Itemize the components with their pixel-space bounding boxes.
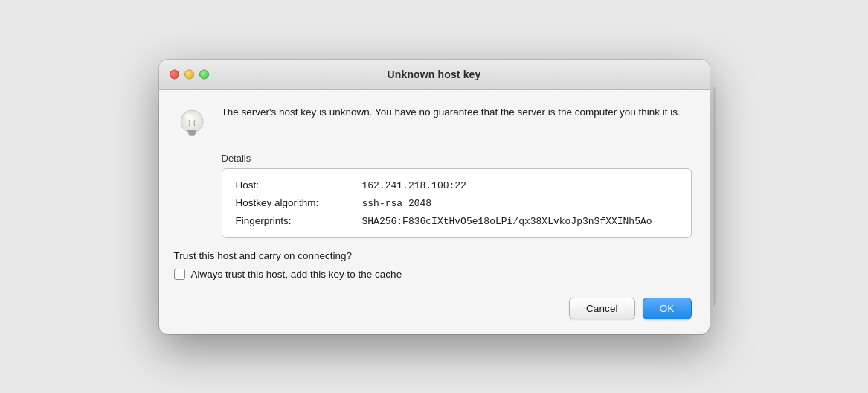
ok-button[interactable]: OK [643,298,692,319]
always-trust-checkbox[interactable] [174,269,185,280]
dialog-wrapper: Unknown host key [159,60,710,334]
close-button[interactable] [170,69,179,79]
svg-point-1 [185,114,193,120]
window-shadow [713,86,716,306]
detail-key-algorithm: Hostkey algorithm: [236,197,362,208]
details-box: Host: 162.241.218.100:22 Hostkey algorit… [222,168,692,238]
detail-row-algorithm: Hostkey algorithm: ssh-rsa 2048 [236,197,678,209]
detail-value-fingerprint: SHA256:F836cIXtHvO5e18oLPi/qx38XLvkoJp3n… [362,216,652,227]
details-label: Details [222,153,692,164]
detail-row-fingerprint: Fingerprints: SHA256:F836cIXtHvO5e18oLPi… [236,215,678,227]
minimize-button[interactable] [184,69,194,79]
button-row: Cancel OK [174,295,692,319]
detail-key-fingerprint: Fingerprints: [236,215,362,226]
dialog-title: Unknown host key [388,68,481,80]
traffic-lights [170,69,209,79]
detail-value-host: 162.241.218.100:22 [362,180,466,191]
title-bar: Unknown host key [159,60,710,90]
maximize-button[interactable] [199,69,209,79]
always-trust-label: Always trust this host, add this key to … [191,269,402,280]
svg-point-0 [181,110,203,132]
dialog-body: The server's host key is unknown. You ha… [159,90,710,334]
detail-value-algorithm: ssh-rsa 2048 [362,198,432,209]
svg-rect-3 [188,132,196,135]
trust-question: Trust this host and carry on connecting? [174,250,692,261]
details-section: Details Host: 162.241.218.100:22 Hostkey… [222,153,692,238]
svg-rect-2 [187,130,196,132]
detail-key-host: Host: [236,179,362,191]
checkbox-row: Always trust this host, add this key to … [174,269,692,280]
message-row: The server's host key is unknown. You ha… [174,105,692,141]
detail-row-host: Host: 162.241.218.100:22 [236,179,678,191]
warning-icon [174,105,210,141]
cancel-button[interactable]: Cancel [569,298,635,319]
svg-rect-4 [189,134,195,135]
message-text: The server's host key is unknown. You ha… [222,105,692,120]
unknown-host-key-dialog: Unknown host key [159,60,710,334]
